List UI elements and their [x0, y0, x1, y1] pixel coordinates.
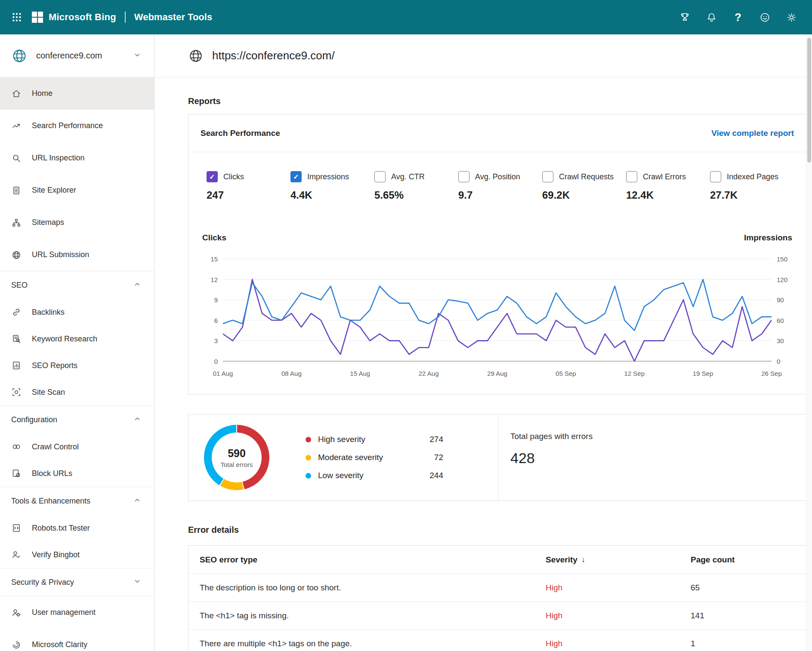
- notifications-bell-icon[interactable]: [700, 6, 722, 28]
- checked-checkbox[interactable]: ✓: [207, 171, 218, 182]
- x-tick-label: 08 Aug: [281, 370, 302, 377]
- y-tick-label: 15: [210, 255, 218, 263]
- sidebar: conference9.com Home Search Performance …: [0, 34, 154, 651]
- y-tick-label: 6: [214, 316, 218, 324]
- product-name: Webmaster Tools: [134, 12, 212, 23]
- waffle-grid-icon: [11, 12, 22, 23]
- bar-chart-document-icon: [11, 360, 22, 371]
- sidebar-item-robots-txt-tester[interactable]: Robots.txt Tester: [0, 515, 154, 541]
- page-count-cell: 1: [691, 639, 806, 648]
- app-launcher-icon[interactable]: [9, 9, 25, 25]
- errors-summary-right: Total pages with errors 428: [498, 415, 806, 501]
- metric-clicks: ✓Clicks247: [207, 171, 290, 201]
- magnifier-icon: [11, 153, 22, 163]
- y-tick-label: 90: [777, 296, 784, 304]
- sidebar-section-seo[interactable]: SEO: [0, 271, 154, 299]
- severity-cell: High: [546, 583, 691, 593]
- sidebar-item-label: Sitemaps: [32, 218, 64, 227]
- card-header: Search Performance View complete report: [188, 114, 806, 152]
- vertical-scrollbar[interactable]: [806, 34, 812, 651]
- sidebar-item-microsoft-clarity[interactable]: Microsoft Clarity: [0, 629, 154, 651]
- y-tick-label: 9: [214, 296, 218, 304]
- feedback-smiley-icon[interactable]: [753, 6, 776, 28]
- unchecked-checkbox[interactable]: [458, 171, 469, 182]
- errors-summary-card: 590 Total errors High severity274Moderat…: [188, 414, 806, 501]
- sidebar-item-site-scan[interactable]: Site Scan: [0, 379, 154, 405]
- sidebar-item-seo-reports[interactable]: SEO Reports: [0, 352, 154, 379]
- metrics-row: ✓Clicks247✓Impressions4.4KAvg. CTR5.65%A…: [188, 152, 806, 216]
- total-pages-value: 428: [510, 450, 806, 467]
- sidebar-item-home[interactable]: Home: [0, 77, 154, 110]
- x-tick-label: 19 Sep: [693, 370, 713, 377]
- errors-legend: High severity274Moderate severity72Low s…: [306, 435, 443, 480]
- rings-icon: [11, 442, 22, 452]
- unchecked-checkbox[interactable]: [374, 171, 386, 182]
- metric-avg-position: Avg. Position9.7: [458, 171, 542, 201]
- error-table-row[interactable]: The description is too long or too short…: [188, 574, 806, 602]
- metric-value: 69.2K: [542, 189, 626, 201]
- search-performance-card: Search Performance View complete report …: [188, 114, 806, 394]
- sidebar-item-user-management[interactable]: User management: [0, 596, 154, 629]
- trophy-icon[interactable]: [673, 6, 696, 28]
- help-icon[interactable]: ?: [727, 6, 749, 28]
- scrollbar-thumb[interactable]: [807, 38, 811, 163]
- metric-label: Indexed Pages: [727, 172, 778, 181]
- y-tick-label: 150: [777, 255, 787, 263]
- legend-label: Moderate severity: [318, 453, 417, 462]
- sidebar-item-label: Block URLs: [32, 469, 72, 478]
- sidebar-item-sitemaps[interactable]: Sitemaps: [0, 206, 154, 239]
- code-document-icon: [11, 523, 22, 533]
- sidebar-item-url-inspection[interactable]: URL Inspection: [0, 142, 154, 174]
- sidebar-item-site-explorer[interactable]: Site Explorer: [0, 174, 154, 206]
- metric-crawl-errors: Crawl Errors12.4K: [626, 171, 710, 201]
- sidebar-section-configuration[interactable]: Configuration: [0, 406, 154, 433]
- sidebar-item-backlinks[interactable]: Backlinks: [0, 299, 154, 326]
- unchecked-checkbox[interactable]: [626, 171, 637, 182]
- error-details-table: SEO error type Severity ↓ Page count The…: [188, 545, 806, 651]
- url-globe-icon: [188, 48, 204, 64]
- sidebar-item-search-performance[interactable]: Search Performance: [0, 110, 154, 142]
- sidebar-item-label: URL Inspection: [32, 154, 84, 163]
- sidebar-item-url-submission[interactable]: URL Submission: [0, 239, 154, 271]
- chevron-up-icon: [133, 280, 141, 290]
- section-label: Tools & Enhancements: [11, 497, 90, 506]
- severity-badge: High: [546, 583, 562, 593]
- sidebar-item-crawl-control[interactable]: Crawl Control: [0, 433, 154, 460]
- site-globe-icon: [11, 48, 28, 64]
- y-tick-label: 120: [777, 276, 787, 283]
- bing-logo[interactable]: Microsoft Bing: [32, 12, 116, 23]
- legend-value: 72: [417, 453, 443, 462]
- x-tick-label: 15 Aug: [350, 370, 370, 377]
- column-header-severity[interactable]: Severity ↓: [546, 555, 691, 565]
- document-magnifier-icon: [11, 334, 22, 344]
- metric-value: 27.7K: [710, 189, 794, 201]
- right-axis-ticks: 0306090120150: [772, 256, 796, 365]
- legend-value: 274: [417, 435, 443, 444]
- sidebar-section-security-privacy[interactable]: Security & Privacy: [0, 568, 154, 596]
- settings-gear-icon[interactable]: [780, 6, 803, 28]
- hierarchy-icon: [11, 218, 22, 228]
- sidebar-item-block-urls[interactable]: Block URLs: [0, 460, 154, 487]
- chart-plot: 01 Aug08 Aug15 Aug22 Aug29 Aug05 Sep12 S…: [223, 256, 772, 381]
- legend-label: Low severity: [318, 471, 417, 480]
- checked-checkbox[interactable]: ✓: [290, 171, 302, 182]
- total-errors-label: Total errors: [220, 461, 253, 468]
- y-tick-label: 30: [777, 337, 784, 344]
- error-table-row[interactable]: The <h1> tag is missing.High141: [188, 602, 806, 630]
- unchecked-checkbox[interactable]: [542, 171, 553, 182]
- sidebar-item-keyword-research[interactable]: Keyword Research: [0, 326, 154, 352]
- error-table-row[interactable]: There are multiple <h1> tags on the page…: [188, 630, 806, 651]
- site-selector[interactable]: conference9.com: [0, 34, 154, 77]
- sidebar-section-tools-enhancements[interactable]: Tools & Enhancements: [0, 487, 154, 515]
- view-complete-report-link[interactable]: View complete report: [711, 129, 794, 138]
- sidebar-item-label: Microsoft Clarity: [32, 640, 87, 649]
- column-header-page-count: Page count: [691, 555, 806, 565]
- unchecked-checkbox[interactable]: [710, 171, 721, 182]
- sidebar-item-verify-bingbot[interactable]: Verify Bingbot: [0, 541, 154, 568]
- sidebar-item-label: Crawl Control: [32, 442, 79, 451]
- table-header-row: SEO error type Severity ↓ Page count: [188, 546, 806, 574]
- total-errors-value: 590: [228, 447, 246, 460]
- url-header: https://conference9.com/: [154, 34, 812, 77]
- y-tick-label: 0: [777, 358, 780, 365]
- x-tick-label: 22 Aug: [419, 370, 439, 377]
